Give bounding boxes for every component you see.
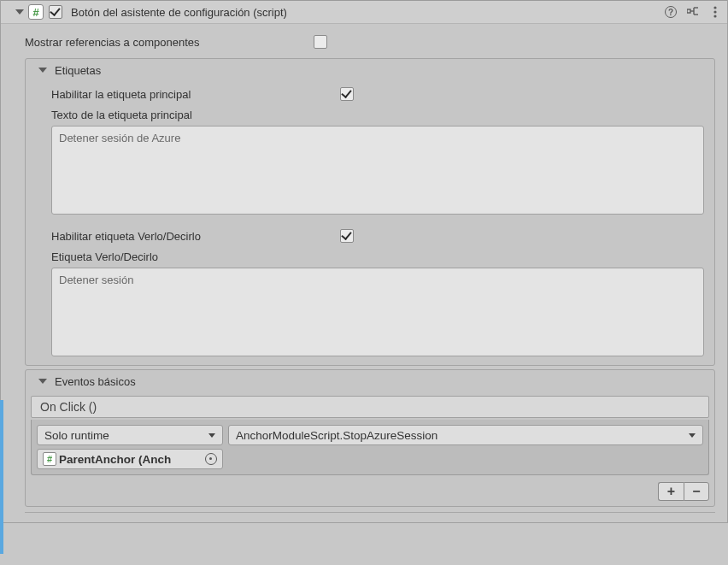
call-state-dropdown[interactable]: Solo runtime	[37, 425, 223, 445]
selection-indicator	[0, 400, 3, 554]
enable-main-label-row: Habilitar la etiqueta principal	[51, 85, 704, 103]
onclick-event-entry: Solo runtime AnchorModuleScript.StopAzur…	[31, 420, 709, 475]
dropdown-arrow-icon	[689, 433, 696, 438]
show-component-refs-checkbox[interactable]	[314, 35, 327, 49]
remove-event-button[interactable]: −	[684, 482, 709, 501]
event-target-object-text: ParentAnchor (Anch	[59, 453, 171, 466]
add-event-button[interactable]: +	[658, 482, 684, 501]
script-icon: #	[43, 452, 56, 466]
call-state-value: Solo runtime	[44, 429, 109, 442]
seeit-label-label-row: Etiqueta Verlo/Decirlo	[51, 247, 704, 266]
seeit-label-textarea[interactable]: Detener sesión	[51, 268, 704, 356]
main-label-text-label: Texto de la etiqueta principal	[51, 109, 340, 121]
function-dropdown[interactable]: AnchorModuleScript.StopAzureSession	[228, 425, 703, 445]
component-enable-checkbox[interactable]	[49, 5, 62, 19]
svg-point-5	[713, 6, 716, 9]
show-component-refs-label: Mostrar referencias a componentes	[25, 36, 314, 49]
component-foldout-icon[interactable]	[15, 7, 25, 17]
inspector-component: # Botón del asistente de configuración (…	[0, 0, 728, 523]
enable-seeit-label-row: Habilitar etiqueta Verlo/Decirlo	[51, 227, 704, 245]
labels-group-header[interactable]: Etiquetas	[26, 59, 714, 81]
function-value: AnchorModuleScript.StopAzureSession	[236, 429, 437, 442]
dropdown-arrow-icon	[208, 433, 215, 438]
events-foldout-icon[interactable]	[38, 376, 48, 386]
onclick-header: On Click ()	[31, 396, 709, 418]
component-header[interactable]: # Botón del asistente de configuración (…	[1, 0, 727, 24]
help-icon[interactable]: ?	[664, 5, 678, 19]
event-target-object-field[interactable]: # ParentAnchor (Anch	[37, 449, 223, 469]
enable-seeit-label-text: Habilitar etiqueta Verlo/Decirlo	[51, 230, 340, 243]
enable-main-label-text: Habilitar la etiqueta principal	[51, 88, 340, 101]
basic-events-group: Eventos básicos On Click () Solo runtime…	[25, 369, 715, 507]
svg-rect-0	[687, 9, 690, 13]
event-list-buttons: + −	[29, 479, 711, 503]
divider	[25, 512, 715, 522]
svg-point-6	[713, 10, 716, 13]
main-label-textarea[interactable]: Detener sesión de Azure	[51, 126, 704, 215]
labels-group: Etiquetas Habilitar la etiqueta principa…	[25, 58, 715, 366]
enable-seeit-label-checkbox[interactable]	[340, 229, 354, 243]
context-menu-icon[interactable]	[708, 5, 722, 19]
basic-events-group-header[interactable]: Eventos básicos	[26, 370, 714, 392]
basic-events-group-title: Eventos básicos	[55, 375, 136, 388]
component-title: Botón del asistente de configuración (sc…	[71, 6, 664, 19]
script-icon: #	[28, 4, 44, 20]
enable-main-label-checkbox[interactable]	[340, 87, 354, 101]
main-label-text-label-row: Texto de la etiqueta principal	[51, 105, 704, 124]
labels-foldout-icon[interactable]	[38, 65, 48, 75]
svg-point-7	[713, 15, 716, 17]
object-picker-icon[interactable]	[205, 453, 217, 465]
presets-icon[interactable]	[686, 5, 700, 19]
show-component-refs-row: Mostrar referencias a componentes	[25, 32, 713, 51]
seeit-label-label: Etiqueta Verlo/Decirlo	[51, 250, 340, 263]
labels-group-title: Etiquetas	[55, 64, 101, 77]
